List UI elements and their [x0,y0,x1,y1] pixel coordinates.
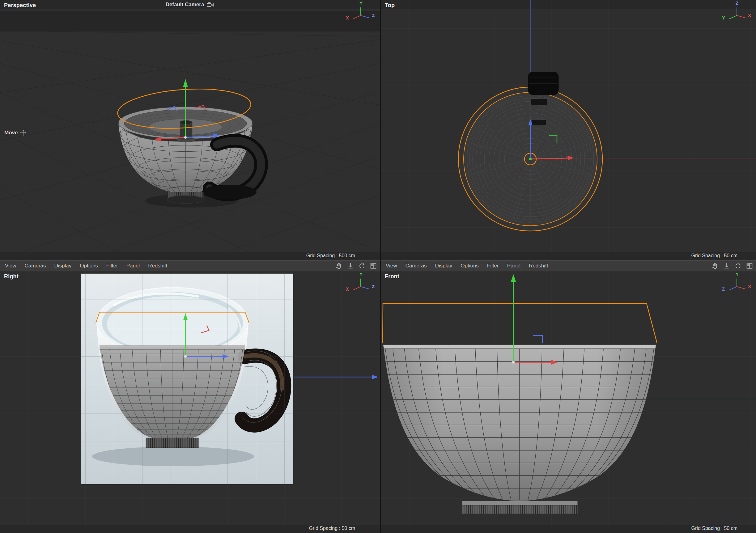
axis-label-y: Y [360,1,363,5]
model-rim-band [99,346,245,349]
viewport-label-top: Top [385,2,395,9]
menu-cameras[interactable]: Cameras [25,263,46,269]
viewport-top[interactable]: Top Grid Spacing : 50 cm Z X Y [381,0,756,260]
rim-band [383,344,656,349]
gizmo-center[interactable] [512,361,515,364]
viewport-nav-icons [335,262,377,270]
gizmo-center[interactable] [529,158,532,160]
camera-selector[interactable]: Default Camera [166,2,214,8]
axis-label-z: Z [372,284,375,289]
pan-hand-icon[interactable] [711,262,719,270]
camera-icon [207,2,214,7]
axis-label-z: Z [736,1,738,5]
axis-label-x: X [346,287,349,291]
axis-label-y: Y [722,15,725,20]
viewport-menubar-left: View Cameras Display Options Filter Pane… [0,260,380,271]
menu-filter[interactable]: Filter [106,263,118,269]
axis-label-y: Y [736,272,739,276]
menu-options[interactable]: Options [461,263,479,269]
dolly-icon[interactable] [723,262,731,270]
menu-panel[interactable]: Panel [507,263,521,269]
horizon-band [0,11,380,32]
axis-label-x: X [346,15,349,20]
viewport-label-right: Right [4,273,18,280]
viewport-front[interactable]: Front Grid Spacing : 50 cm Y X Z [381,271,756,533]
move-tool-icon [20,130,26,136]
viewport-right[interactable]: Right Grid Spacing : 50 cm Y Z X [0,271,380,533]
gizmo-center[interactable] [184,355,187,358]
menu-options[interactable]: Options [80,263,98,269]
menu-filter[interactable]: Filter [487,263,499,269]
axis-label-x: X [748,284,751,289]
grid-spacing-label: Grid Spacing : 50 cm [309,525,355,531]
axis-orientation-gizmo: Y Z X [346,272,375,296]
active-tool-label: Move [4,130,26,136]
right-canvas[interactable] [0,271,380,533]
pan-hand-icon[interactable] [335,262,343,270]
menu-items: View Cameras Display Options Filter Pane… [386,263,548,269]
grid-spacing-label: Grid Spacing : 50 cm [691,525,738,531]
axis-label-z: Z [372,13,375,17]
header-shade [381,0,756,9]
menu-panel[interactable]: Panel [126,263,140,269]
axis-orientation-gizmo: Y Z X [346,1,375,25]
viewport-label-front: Front [385,273,399,280]
axis-orientation-gizmo: Z X Y [722,1,752,25]
axis-label-z: Z [722,287,725,291]
top-canvas[interactable] [381,0,756,260]
axis-label-y: Y [360,272,363,276]
front-canvas[interactable] [381,271,756,533]
viewport-toggle-icon[interactable] [369,262,377,270]
menu-view[interactable]: View [5,263,16,269]
menu-view[interactable]: View [386,263,397,269]
application-window: Perspective Default Camera Move Grid Spa… [0,0,756,533]
menu-display[interactable]: Display [54,263,72,269]
bowl-base-front [462,501,578,514]
viewport-label-perspective: Perspective [4,2,36,9]
grid-spacing-label: Grid Spacing : 50 cm [691,253,738,259]
menu-cameras[interactable]: Cameras [406,263,427,269]
gizmo-center[interactable] [184,136,187,139]
menu-redshift[interactable]: Redshift [529,263,548,269]
cup-base [167,192,204,204]
viewport-toggle-icon[interactable] [745,262,753,270]
menu-redshift[interactable]: Redshift [148,263,167,269]
menu-items: View Cameras Display Options Filter Pane… [5,263,168,269]
tool-name: Move [4,130,18,136]
viewport-perspective[interactable]: Perspective Default Camera Move Grid Spa… [0,0,380,260]
grid-spacing-label: Grid Spacing : 500 cm [306,253,355,259]
cup-base-side [146,438,199,448]
axis-orientation-gizmo: Y X Z [722,272,752,296]
menu-display[interactable]: Display [435,263,452,269]
axis-label-x: X [748,13,751,17]
dolly-icon[interactable] [346,262,355,270]
camera-label: Default Camera [166,2,204,8]
rotate-camera-icon[interactable] [358,262,366,270]
perspective-canvas[interactable] [0,0,380,260]
viewport-nav-icons [711,262,753,270]
rotate-camera-icon[interactable] [734,262,742,270]
viewport-menubar-right: View Cameras Display Options Filter Pane… [381,260,756,271]
